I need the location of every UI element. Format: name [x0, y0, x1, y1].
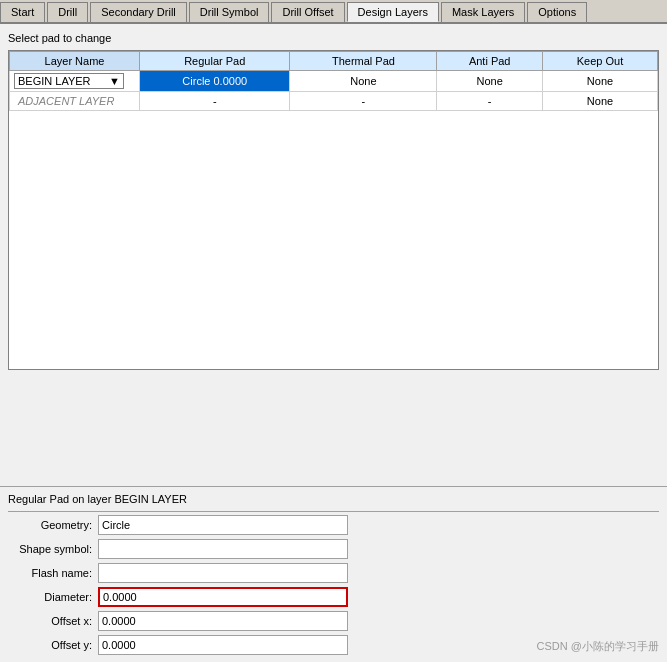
diameter-label: Diameter: — [8, 591, 98, 603]
regular-pad-value-selected[interactable]: Circle 0.0000 — [140, 71, 290, 92]
tab-drill-symbol[interactable]: Drill Symbol — [189, 2, 270, 22]
pad-table-container: Layer Name Regular Pad Thermal Pad Anti … — [8, 50, 659, 370]
tab-drill-offset[interactable]: Drill Offset — [271, 2, 344, 22]
geometry-input[interactable] — [98, 515, 348, 535]
geometry-label: Geometry: — [8, 519, 98, 531]
flash-name-row: Flash name: — [8, 562, 659, 584]
thermal-pad-value-2: - — [290, 92, 437, 111]
offset-x-input[interactable] — [98, 611, 348, 631]
shape-symbol-row: Shape symbol: — [8, 538, 659, 560]
col-keep-out: Keep Out — [542, 52, 657, 71]
regular-pad-value-2: - — [140, 92, 290, 111]
tab-drill[interactable]: Drill — [47, 2, 88, 22]
tab-secondary-drill[interactable]: Secondary Drill — [90, 2, 187, 22]
anti-pad-value-2: - — [437, 92, 543, 111]
geometry-row: Geometry: — [8, 514, 659, 536]
offset-x-label: Offset x: — [8, 615, 98, 627]
adjacent-layer-cell: ADJACENT LAYER — [10, 92, 140, 111]
dropdown-arrow-icon[interactable]: ▼ — [109, 75, 120, 87]
shape-symbol-label: Shape symbol: — [8, 543, 98, 555]
keep-out-value-2: None — [542, 92, 657, 111]
pad-table: Layer Name Regular Pad Thermal Pad Anti … — [9, 51, 658, 111]
offset-y-label: Offset y: — [8, 639, 98, 651]
form-section-title: Regular Pad on layer BEGIN LAYER — [8, 491, 659, 507]
flash-name-label: Flash name: — [8, 567, 98, 579]
begin-layer-cell: BEGIN LAYER ▼ — [10, 71, 140, 92]
tab-mask-layers[interactable]: Mask Layers — [441, 2, 525, 22]
col-layer-name: Layer Name — [10, 52, 140, 71]
table-row[interactable]: BEGIN LAYER ▼ Circle 0.0000 None None No… — [10, 71, 658, 92]
offset-y-input[interactable] — [98, 635, 348, 655]
anti-pad-value-1: None — [437, 71, 543, 92]
main-content: Select pad to change Layer Name Regular … — [0, 24, 667, 378]
table-row[interactable]: ADJACENT LAYER - - - None — [10, 92, 658, 111]
tab-bar: Start Drill Secondary Drill Drill Symbol… — [0, 0, 667, 24]
col-thermal-pad: Thermal Pad — [290, 52, 437, 71]
diameter-input[interactable] — [98, 587, 348, 607]
select-pad-label: Select pad to change — [8, 32, 659, 44]
tab-start[interactable]: Start — [0, 2, 45, 22]
watermark: CSDN @小陈的学习手册 — [537, 639, 659, 654]
flash-name-input[interactable] — [98, 563, 348, 583]
tab-design-layers[interactable]: Design Layers — [347, 2, 439, 22]
keep-out-value-1: None — [542, 71, 657, 92]
col-regular-pad: Regular Pad — [140, 52, 290, 71]
offset-x-row: Offset x: — [8, 610, 659, 632]
form-section: Regular Pad on layer BEGIN LAYER Geometr… — [0, 486, 667, 662]
diameter-row: Diameter: — [8, 586, 659, 608]
begin-layer-label: BEGIN LAYER — [18, 75, 91, 87]
shape-symbol-input[interactable] — [98, 539, 348, 559]
tab-options[interactable]: Options — [527, 2, 587, 22]
divider — [8, 511, 659, 512]
thermal-pad-value-1: None — [290, 71, 437, 92]
col-anti-pad: Anti Pad — [437, 52, 543, 71]
